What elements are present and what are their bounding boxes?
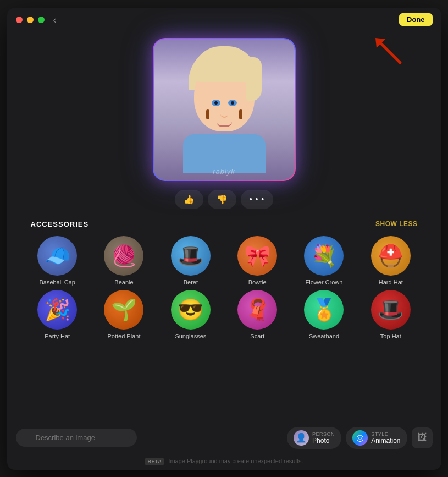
person-main-label: Photo	[312, 437, 329, 445]
person-sub-label: PERSON	[312, 431, 335, 437]
accessory-item-party-hat[interactable]: 🎉 Party Hat	[26, 290, 89, 339]
back-button[interactable]: ‹	[53, 14, 57, 26]
minimize-button[interactable]	[27, 17, 34, 23]
accessory-item-bowtie[interactable]: 🎀 Bowtie	[226, 236, 289, 286]
earring-right	[239, 109, 242, 119]
done-button[interactable]: Done	[399, 13, 433, 26]
hair-top	[192, 46, 256, 82]
close-button[interactable]	[16, 17, 23, 23]
avatar-inner: rablyk	[154, 39, 295, 180]
accessory-label-beanie: Beanie	[114, 279, 133, 286]
person-labels: PERSON Photo	[312, 431, 335, 445]
accessory-label-flower-crown: Flower Crown	[306, 279, 343, 286]
earring-left	[206, 109, 209, 119]
accessory-icon-baseball-cap: 🧢	[37, 236, 77, 276]
accessory-icon-party-hat: 🎉	[37, 290, 77, 330]
accessories-section: ACCESSORIES SHOW LESS 🧢 Baseball Cap 🧶 B…	[26, 220, 422, 348]
accessory-item-sunglasses[interactable]: 😎 Sunglasses	[159, 290, 222, 339]
style-main-label: Animation	[371, 437, 400, 445]
accessory-label-bowtie: Bowtie	[248, 279, 267, 286]
nose	[220, 112, 228, 118]
eye-left	[212, 100, 220, 106]
accessory-item-flower-crown[interactable]: 💐 Flower Crown	[293, 236, 355, 286]
beta-text: BETA Image Playground may create unexpec…	[145, 458, 303, 464]
style-button[interactable]: ◎ STYLE Animation	[346, 427, 407, 449]
accessory-label-beret: Beret	[184, 279, 198, 286]
accessory-item-baseball-cap[interactable]: 🧢 Baseball Cap	[26, 236, 89, 286]
accessory-label-party-hat: Party Hat	[45, 333, 70, 339]
avatar-frame: rablyk	[153, 38, 296, 181]
accessory-icon-hard-hat: ⛑️	[371, 236, 411, 276]
accessory-icon-scarf: 🧣	[237, 290, 277, 330]
person-button[interactable]: 👤 PERSON Photo	[287, 427, 341, 449]
section-title: ACCESSORIES	[31, 220, 89, 228]
main-window: ‹ Done	[7, 8, 441, 470]
accessory-label-scarf: Scarf	[250, 333, 264, 339]
more-options-button[interactable]: • • •	[241, 190, 273, 209]
describe-input[interactable]	[16, 429, 137, 447]
thumbs-up-button[interactable]: 👍	[175, 190, 203, 209]
accessory-item-top-hat[interactable]: 🎩 Top Hat	[359, 290, 422, 339]
accessory-icon-potted-plant: 🌱	[104, 290, 143, 330]
beta-footer: BETA Image Playground may create unexpec…	[7, 456, 441, 470]
accessory-label-hard-hat: Hard Hat	[379, 279, 403, 286]
traffic-lights	[16, 17, 45, 23]
watermark: rablyk	[213, 167, 235, 176]
accessory-item-beanie[interactable]: 🧶 Beanie	[93, 236, 155, 286]
accessory-label-potted-plant: Potted Plant	[108, 333, 141, 339]
accessory-icon-sunglasses: 😎	[171, 290, 211, 330]
titlebar: ‹ Done	[7, 8, 441, 32]
thumbs-down-button[interactable]: 👎	[208, 190, 236, 209]
bottom-bar: ✦ 👤 PERSON Photo ◎ STYLE Animation 🖼	[7, 423, 441, 456]
beta-badge: BETA	[145, 458, 164, 465]
image-gallery-icon: 🖼	[417, 432, 427, 443]
avatar-container: rablyk	[153, 38, 296, 181]
accessories-grid: 🧢 Baseball Cap 🧶 Beanie 🎩 Beret 🎀 Bowtie…	[26, 236, 422, 339]
accessory-label-baseball-cap: Baseball Cap	[39, 279, 75, 286]
accessory-icon-flower-crown: 💐	[304, 236, 344, 276]
accessory-label-sweatband: Sweatband	[309, 333, 339, 339]
maximize-button[interactable]	[38, 17, 45, 23]
style-sub-label: STYLE	[371, 431, 388, 437]
style-icon: ◎	[352, 430, 368, 446]
accessory-item-sweatband[interactable]: 🏅 Sweatband	[293, 290, 355, 339]
show-less-button[interactable]: SHOW LESS	[375, 220, 418, 228]
accessory-item-scarf[interactable]: 🧣 Scarf	[226, 290, 289, 339]
accessory-item-potted-plant[interactable]: 🌱 Potted Plant	[93, 290, 155, 339]
style-labels: STYLE Animation	[371, 431, 400, 445]
mouth	[217, 122, 232, 127]
action-buttons-group: 👍 👎 • • •	[175, 190, 273, 209]
input-wrapper: ✦	[16, 429, 283, 447]
accessory-item-beret[interactable]: 🎩 Beret	[159, 236, 222, 286]
accessory-label-top-hat: Top Hat	[380, 333, 401, 339]
avatar-face	[175, 46, 274, 173]
accessory-icon-bowtie: 🎀	[237, 236, 277, 276]
section-header: ACCESSORIES SHOW LESS	[26, 220, 422, 228]
main-content: rablyk 👍 👎 • • • ACCESSORIES SHOW LESS 🧢…	[7, 32, 441, 423]
accessory-icon-sweatband: 🏅	[304, 290, 344, 330]
accessory-icon-beret: 🎩	[171, 236, 211, 276]
eye-right	[228, 100, 237, 106]
beta-message: Image Playground may create unexpected r…	[168, 458, 303, 464]
accessory-icon-beanie: 🧶	[104, 236, 143, 276]
image-gallery-button[interactable]: 🖼	[412, 427, 433, 448]
accessory-icon-top-hat: 🎩	[371, 290, 411, 330]
person-avatar: 👤	[294, 430, 309, 446]
accessory-item-hard-hat[interactable]: ⛑️ Hard Hat	[359, 236, 422, 286]
accessory-label-sunglasses: Sunglasses	[175, 333, 206, 339]
